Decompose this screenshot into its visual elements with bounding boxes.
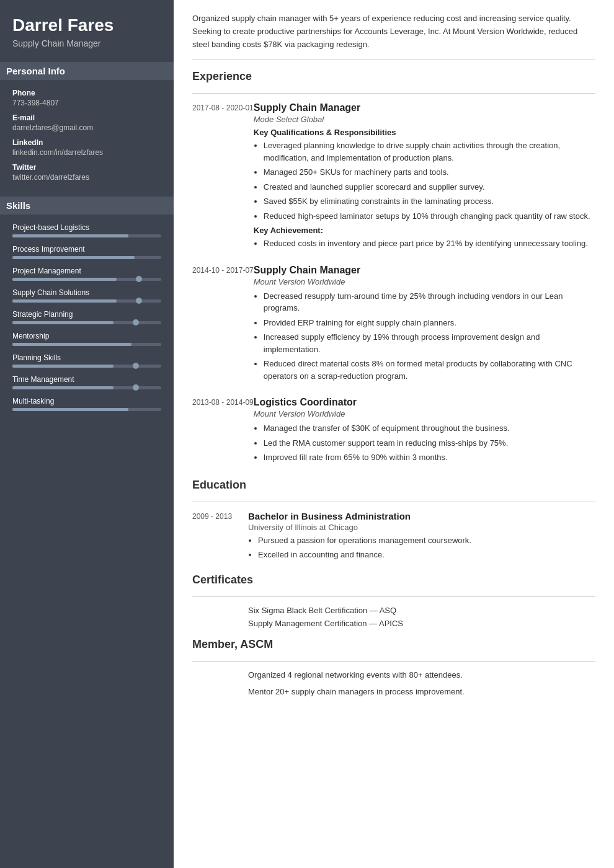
- skill-bar-fill: [12, 278, 117, 281]
- skill-bar-fill: [12, 299, 117, 303]
- skill-bar-fill: [12, 408, 128, 411]
- skill-item: Planning Skills: [12, 353, 161, 368]
- skill-name: Project Management: [12, 267, 161, 275]
- experience-content: Logistics CoordinatorMount Version World…: [254, 397, 595, 466]
- education-school: University of Illinois at Chicago: [248, 523, 471, 532]
- education-date: 2009 - 2013: [192, 511, 248, 564]
- linkedin-label: LinkedIn: [12, 138, 161, 147]
- experience-section-title: Experience: [192, 70, 595, 86]
- skill-item: Project-based Logistics: [12, 223, 161, 237]
- certificate-entry: Supply Management Certification — APICS: [192, 619, 595, 628]
- skill-item: Multi-tasking: [12, 397, 161, 411]
- member-entry: Organized 4 regional networking events w…: [192, 670, 595, 683]
- education-content: Bachelor in Business AdministrationUnive…: [248, 511, 471, 564]
- achievement-label: Key Achievement:: [254, 226, 595, 235]
- qualification-item: Leveraged planning knowledge to drive su…: [264, 140, 595, 164]
- skill-bar-fill: [12, 256, 135, 259]
- member-spacer: [192, 687, 248, 700]
- qualification-item: Reduced direct material costs 8% on form…: [264, 358, 595, 382]
- experience-company: Mount Version Worldwide: [254, 277, 595, 286]
- certificates-section-title: Certificates: [192, 574, 595, 589]
- phone-label: Phone: [12, 89, 161, 97]
- member-entry: Mentor 20+ supply chain managers in proc…: [192, 687, 595, 700]
- skill-item: Supply Chain Solutions: [12, 288, 161, 303]
- experience-job-title: Supply Chain Manager: [254, 265, 595, 276]
- skill-bar-fill: [12, 386, 113, 389]
- skill-bar-background: [12, 386, 161, 389]
- experience-content: Supply Chain ManagerMount Version Worldw…: [254, 265, 595, 385]
- qualification-item: Increased supply efficiency by 19% throu…: [264, 331, 595, 355]
- skill-bar-fill: [12, 234, 128, 237]
- cert-spacer: [192, 619, 248, 628]
- experience-job-title: Supply Chain Manager: [254, 102, 595, 113]
- skill-bar-background: [12, 365, 161, 368]
- skill-name: Process Improvement: [12, 245, 161, 254]
- skill-bar-fill: [12, 365, 113, 368]
- experience-company: Mount Version Worldwide: [254, 409, 595, 418]
- certificate-text: Supply Management Certification — APICS: [248, 619, 403, 628]
- skills-section: Skills Project-based LogisticsProcess Im…: [12, 197, 161, 411]
- skill-bar-dot: [133, 363, 139, 369]
- qualifications-list: Managed the transfer of $30K of equipmen…: [254, 422, 595, 464]
- achievement-item: Reduced costs in inventory and piece par…: [264, 237, 595, 250]
- qualification-item: Managed the transfer of $30K of equipmen…: [264, 422, 595, 435]
- skill-name: Supply Chain Solutions: [12, 288, 161, 297]
- summary-text: Organized supply chain manager with 5+ y…: [192, 12, 595, 60]
- skill-bar-background: [12, 278, 161, 281]
- experience-job-title: Logistics Coordinator: [254, 397, 595, 408]
- education-degree: Bachelor in Business Administration: [248, 511, 471, 521]
- skill-bar-fill: [12, 321, 113, 324]
- member-divider: [192, 661, 595, 662]
- skill-bar-dot: [133, 319, 139, 326]
- skills-list: Project-based LogisticsProcess Improveme…: [12, 223, 161, 411]
- education-bullet-item: Pursued a passion for operations managem…: [258, 534, 471, 547]
- education-divider: [192, 502, 595, 502]
- member-list: Organized 4 regional networking events w…: [192, 670, 595, 700]
- skill-bar-background: [12, 234, 161, 237]
- education-bullets: Pursued a passion for operations managem…: [248, 534, 471, 561]
- main-content: Organized supply chain manager with 5+ y…: [174, 0, 614, 868]
- twitter-value: twitter.com/darrelzfares: [12, 173, 161, 182]
- certificate-entry: Six Sigma Black Belt Certification — ASQ: [192, 606, 595, 615]
- skill-bar-dot: [136, 298, 142, 304]
- full-name: Darrel Fares: [12, 15, 161, 36]
- experience-list: 2017-08 - 2020-01Supply Chain ManagerMod…: [192, 102, 595, 466]
- skill-bar-dot: [136, 276, 142, 282]
- qualification-item: Improved fill rate from 65% to 90% withi…: [264, 451, 595, 464]
- skill-bar-dot: [133, 384, 139, 391]
- skills-section-title: Skills: [0, 197, 174, 215]
- experience-date: 2014-10 - 2017-07: [192, 265, 254, 385]
- experience-content: Supply Chain ManagerMode Select GlobalKe…: [254, 102, 595, 252]
- education-list: 2009 - 2013Bachelor in Business Administ…: [192, 511, 595, 564]
- twitter-label: Twitter: [12, 163, 161, 172]
- skill-bar-background: [12, 408, 161, 411]
- experience-divider: [192, 93, 595, 94]
- email-label: E-mail: [12, 113, 161, 122]
- education-section-title: Education: [192, 479, 595, 494]
- skill-name: Multi-tasking: [12, 397, 161, 405]
- skill-name: Time Management: [12, 375, 161, 384]
- job-title: Supply Chain Manager: [12, 38, 161, 48]
- qualification-item: Provided ERP training for eight supply c…: [264, 317, 595, 329]
- qualification-item: Created and launched supplier scorecard …: [264, 181, 595, 193]
- skill-item: Process Improvement: [12, 245, 161, 259]
- email-value: darrelzfares@gmail.com: [12, 123, 161, 132]
- experience-company: Mode Select Global: [254, 115, 595, 124]
- skill-item: Project Management: [12, 267, 161, 281]
- certificates-divider: [192, 596, 595, 597]
- linkedin-value: linkedin.com/in/darrelzfares: [12, 148, 161, 157]
- skill-item: Mentorship: [12, 332, 161, 346]
- skill-bar-background: [12, 343, 161, 346]
- sidebar: Darrel Fares Supply Chain Manager Person…: [0, 0, 174, 868]
- certificate-text: Six Sigma Black Belt Certification — ASQ: [248, 606, 396, 615]
- personal-info-section-title: Personal Info: [0, 62, 174, 80]
- qualification-item: Led the RMA customer support team in red…: [264, 437, 595, 450]
- qualification-item: Reduced high-speed laminator setups by 1…: [264, 210, 595, 223]
- achievements-list: Reduced costs in inventory and piece par…: [254, 237, 595, 250]
- skill-bar-background: [12, 256, 161, 259]
- experience-entry: 2014-10 - 2017-07Supply Chain ManagerMou…: [192, 265, 595, 385]
- skill-item: Strategic Planning: [12, 310, 161, 324]
- skill-bar-fill: [12, 343, 131, 346]
- qualifications-list: Leveraged planning knowledge to drive su…: [254, 140, 595, 222]
- qualification-item: Decreased resupply turn-around time by 2…: [264, 290, 595, 314]
